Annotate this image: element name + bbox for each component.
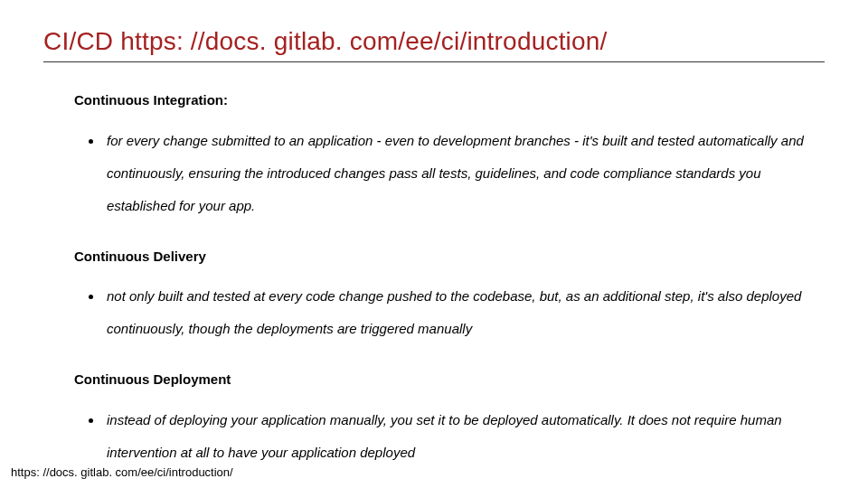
slide: CI/CD https: //docs. gitlab. com/ee/ci/i… bbox=[0, 0, 868, 488]
section-heading-ci: Continuous Integration: bbox=[74, 88, 816, 114]
footer-url: https: //docs. gitlab. com/ee/ci/introdu… bbox=[11, 465, 233, 479]
section-heading-cdeploy: Continuous Deployment bbox=[74, 367, 816, 393]
bullet-list-cdelivery: not only built and tested at every code … bbox=[74, 280, 816, 345]
section-heading-cdelivery: Continuous Delivery bbox=[74, 244, 816, 270]
bullet-item: for every change submitted to an applica… bbox=[103, 125, 816, 222]
bullet-list-ci: for every change submitted to an applica… bbox=[74, 125, 816, 222]
bullet-item: not only built and tested at every code … bbox=[103, 280, 816, 345]
bullet-list-cdeploy: instead of deploying your application ma… bbox=[74, 404, 816, 469]
bullet-item: instead of deploying your application ma… bbox=[103, 404, 816, 469]
slide-title: CI/CD https: //docs. gitlab. com/ee/ci/i… bbox=[43, 27, 825, 62]
slide-content: Continuous Integration: for every change… bbox=[43, 88, 825, 469]
